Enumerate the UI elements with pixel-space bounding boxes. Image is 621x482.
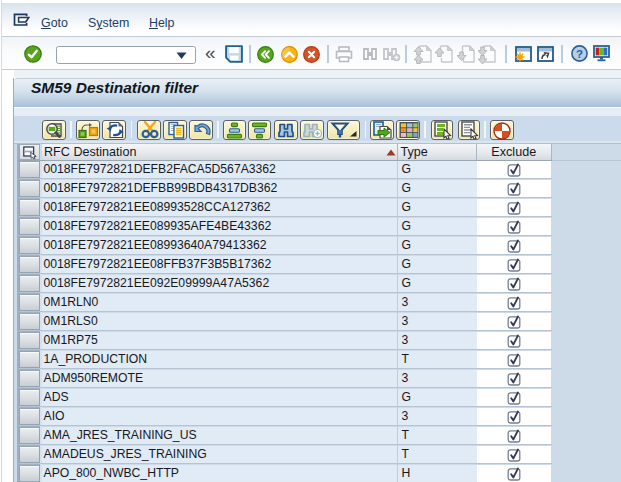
svg-text:?: ? <box>576 48 583 60</box>
